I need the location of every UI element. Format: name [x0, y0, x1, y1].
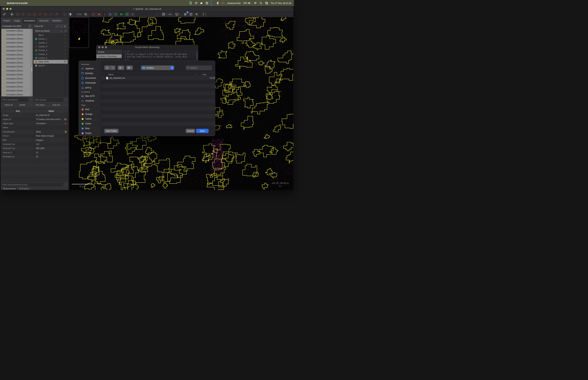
id-card-icon[interactable]: [64, 118, 67, 120]
class-item-cluster-1[interactable]: Cluster_1: [34, 37, 68, 41]
overview-thumbnail[interactable]: [69, 17, 89, 48]
points-tool[interactable]: [54, 12, 59, 17]
annotation-list-scrollbar[interactable]: ▲ ▼: [30, 29, 33, 96]
menubar-clock[interactable]: Thu 27 Nov 18:01:43: [271, 2, 291, 4]
globe-icon[interactable]: [205, 1, 209, 5]
property-row[interactable]: Perimeter px20: [1, 155, 68, 159]
select-all-button[interactable]: Select all: [1, 103, 16, 107]
tab-description[interactable]: Description: [18, 187, 31, 190]
annotation-list-item[interactable]: Annotation (Other): [1, 57, 30, 61]
class-item-cluster-2[interactable]: Cluster_2: [34, 41, 68, 45]
column-size[interactable]: Size: [203, 74, 206, 76]
passwords-key-icon[interactable]: [222, 1, 225, 5]
zoom-to-fit[interactable]: [83, 12, 88, 17]
annotation-regex-button[interactable]: .*: [29, 98, 33, 102]
control-center-icon[interactable]: [265, 1, 268, 5]
magnification-value[interactable]: 2.52x: [75, 12, 83, 17]
fill-annotations[interactable]: [96, 12, 102, 17]
display-options[interactable]: ▼: [175, 12, 180, 17]
sidebar-item-blue[interactable]: Blue: [81, 126, 101, 131]
open-button[interactable]: Open: [196, 129, 209, 133]
health-leaf-icon[interactable]: [194, 1, 198, 5]
back-button[interactable]: [104, 65, 110, 70]
filter-measurements-input[interactable]: [1, 183, 63, 187]
tma-grid[interactable]: [125, 12, 130, 17]
sort-ascending-icon[interactable]: ∧: [196, 74, 197, 75]
tab-measurements[interactable]: Measurements: [1, 187, 17, 190]
sidebar-item-documents[interactable]: Documents: [81, 76, 101, 80]
code-scroll-up-icon[interactable]: ∧: [196, 50, 198, 52]
brush-tool[interactable]: [43, 12, 48, 17]
visibility-eye-icon[interactable]: [64, 64, 66, 67]
folder-stepper-icon[interactable]: [171, 66, 174, 70]
visibility-eye-icon[interactable]: [64, 49, 66, 52]
file-row[interactable]: sall_channels.csv24 KB: [101, 76, 215, 80]
sidebar-item-onedrive[interactable]: OneDrive: [81, 98, 101, 103]
visibility-eye-icon[interactable]: [64, 57, 66, 59]
sidebar-item-green[interactable]: Green: [81, 121, 101, 126]
wand-tool[interactable]: [49, 12, 54, 17]
rectangle-tool[interactable]: [15, 12, 20, 17]
new-folder-button[interactable]: New Folder: [104, 129, 119, 133]
sidebar-item-red[interactable]: Red: [81, 107, 101, 112]
tab-annotations[interactable]: Annotations: [22, 19, 37, 23]
sidebar-item-yellow[interactable]: Yellow: [81, 116, 101, 121]
tab-workflow[interactable]: Workflow: [51, 19, 63, 23]
property-row[interactable]: Object typeAnnotation: [1, 121, 68, 126]
opacity-slider[interactable]: [136, 12, 159, 17]
column-name[interactable]: Name: [108, 74, 114, 76]
opacity-slider-knob[interactable]: [155, 13, 158, 16]
visibility-eye-icon[interactable]: [64, 42, 66, 44]
onedrive-icon[interactable]: [200, 1, 203, 5]
annotation-list-item[interactable]: Annotation (Other): [1, 41, 30, 45]
annotation-list-item[interactable]: Annotation (Other): [1, 53, 30, 57]
property-row[interactable]: Imageall_channels.tif: [1, 113, 68, 117]
property-row[interactable]: ParentRoot object (Image): [1, 134, 68, 138]
script-list-item[interactable]: *Untitled 1 (Running): [96, 55, 122, 58]
brightness-contrast[interactable]: [68, 12, 73, 17]
tab-hierarchy[interactable]: Hierarchy: [38, 19, 50, 23]
add-class-button[interactable]: +: [56, 24, 59, 28]
annotation-list-item[interactable]: Annotation (Other): [1, 77, 30, 81]
overlay-pin[interactable]: ▼: [202, 12, 207, 17]
annotation-list-item[interactable]: Annotation (Other): [1, 37, 30, 41]
visibility-eye-icon[interactable]: [64, 60, 66, 63]
sidebar-item-orange[interactable]: Orange: [81, 112, 101, 116]
properties-key-column[interactable]: Key: [1, 109, 35, 113]
show-annotations[interactable]: [91, 12, 96, 17]
class-item-cluster-6[interactable]: Cluster_6: [34, 56, 68, 60]
property-row[interactable]: Centroid Y px398.1364: [1, 146, 68, 150]
auto-set-button[interactable]: Auto set: [49, 103, 63, 107]
sidebar-item-purple[interactable]: Purple: [81, 131, 101, 135]
channel-letter[interactable]: C: [130, 12, 135, 17]
set-selected-button[interactable]: Set select...: [33, 103, 48, 107]
visibility-eye-icon[interactable]: [64, 34, 66, 37]
classify-detections[interactable]: [119, 12, 124, 17]
annotation-list-item[interactable]: Annotation (Other): [1, 89, 30, 93]
spotlight-search-icon[interactable]: [260, 1, 263, 5]
tab-image[interactable]: Image: [12, 19, 22, 23]
tab-project[interactable]: Project: [1, 19, 12, 23]
class-item-cluster-3[interactable]: Cluster_3: [34, 45, 68, 48]
annotation-more-button[interactable]: ⋮: [29, 103, 33, 107]
visibility-eye-icon[interactable]: [64, 45, 66, 48]
preferences[interactable]: ⚙: [194, 12, 199, 17]
property-row[interactable]: Object ID7f72a5ba-c2f9-41f6-a7d0-0...: [1, 117, 68, 121]
polyline-tool[interactable]: [38, 12, 42, 17]
close-button[interactable]: [3, 8, 5, 10]
class-menu-button[interactable]: ⋮: [64, 29, 67, 33]
script-editor-titlebar[interactable]: Script Editor (Running): [96, 45, 198, 50]
cancel-button[interactable]: Cancel: [186, 129, 195, 133]
class-display-mode-select[interactable]: Show by default▼: [34, 29, 63, 33]
property-row[interactable]: Name: [1, 126, 68, 130]
menubar-app-name[interactable]: QuPath-0.6.0-arm64: [7, 2, 28, 4]
annotation-list-item[interactable]: Annotation (Other): [1, 45, 30, 49]
code-scrollbar-thumb[interactable]: [196, 52, 198, 60]
properties-value-column[interactable]: Value: [35, 109, 68, 113]
list-view-button[interactable]: ▾: [117, 65, 124, 70]
measurement-tables[interactable]: ▼: [162, 12, 167, 17]
brackets-app-icon[interactable]: [ ].: [211, 1, 214, 5]
sidebar-item-desktop[interactable]: Desktop: [81, 71, 101, 76]
move-tool[interactable]: [9, 12, 15, 17]
class-more-button[interactable]: ⋮: [64, 103, 68, 107]
